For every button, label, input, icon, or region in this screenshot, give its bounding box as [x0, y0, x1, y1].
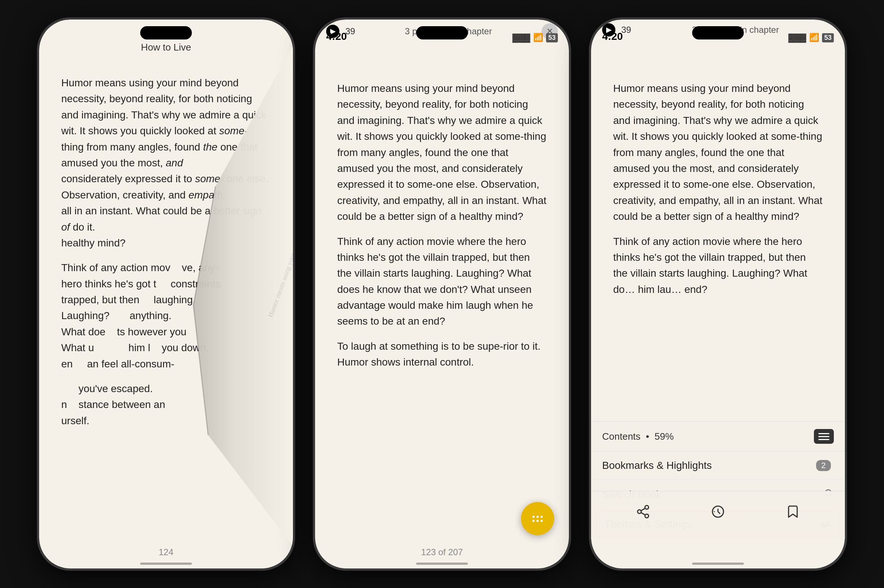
phones-container: How to Live Humor means using your mind … [0, 0, 884, 588]
svg-point-3 [645, 506, 648, 509]
status-icons-2: ▓▓▓ 📶 53 [512, 33, 558, 42]
book-text-1: Humor means using your mind beyond neces… [57, 75, 275, 429]
menu-contents-row[interactable]: Contents • 59% [591, 422, 845, 452]
screen-1: How to Live Humor means using your mind … [39, 20, 293, 568]
bookmark-button[interactable] [780, 499, 806, 525]
page-indicator-2: 123 of 207 [421, 547, 463, 557]
book-text-2: Humor means using your mind beyond neces… [333, 80, 551, 370]
home-indicator-2 [416, 562, 468, 565]
phone-3: 4:20 ▓▓▓ 📶 53 ▶ 39 3 pages left in chapt… [589, 17, 847, 571]
wifi-icon: 📶 [533, 33, 543, 42]
reader-2: Humor means using your mind beyond neces… [315, 73, 569, 539]
bookmarks-menu-item[interactable]: Bookmarks & Highlights 2 [591, 452, 845, 480]
battery-icon: 53 [546, 33, 558, 42]
home-indicator-1 [140, 562, 192, 565]
phone-1: How to Live Humor means using your mind … [37, 17, 295, 571]
signal-icon-3: ▓▓▓ [788, 33, 806, 42]
menu-button-2[interactable] [521, 502, 554, 535]
bottom-toolbar-3 [591, 491, 845, 539]
phone-2: 4:20 ▓▓▓ 📶 53 ▶ 39 3 pages left in chapt… [313, 17, 571, 571]
wifi-icon-3: 📶 [809, 33, 819, 42]
book-text-3: Humor means using your mind beyond neces… [609, 80, 827, 297]
status-icons-3: ▓▓▓ 📶 53 [788, 33, 834, 42]
reader-3: Humor means using your mind beyond neces… [591, 73, 845, 410]
battery-icon-3: 53 [822, 33, 834, 42]
screen-3: 4:20 ▓▓▓ 📶 53 ▶ 39 3 pages left in chapt… [591, 20, 845, 568]
book-title-1: How to Live [39, 42, 293, 53]
autoplay-button[interactable] [705, 499, 731, 525]
share-button[interactable] [630, 499, 656, 525]
svg-point-5 [645, 514, 648, 518]
page-number-1: 124 [159, 547, 173, 557]
svg-point-4 [638, 510, 641, 513]
reader-menu: Contents • 59% Bookmarks & Highlights 2 [591, 421, 845, 539]
screen-2: 4:20 ▓▓▓ 📶 53 ▶ 39 3 pages left in chapt… [315, 20, 569, 568]
reader-1: Humor means using your mind beyond neces… [39, 68, 293, 539]
dynamic-island-1 [140, 26, 192, 39]
dynamic-island-3 [692, 26, 744, 39]
dynamic-island-2 [416, 26, 468, 39]
list-view-button[interactable] [814, 429, 834, 444]
home-indicator-3 [692, 562, 744, 565]
signal-icon: ▓▓▓ [512, 33, 530, 42]
